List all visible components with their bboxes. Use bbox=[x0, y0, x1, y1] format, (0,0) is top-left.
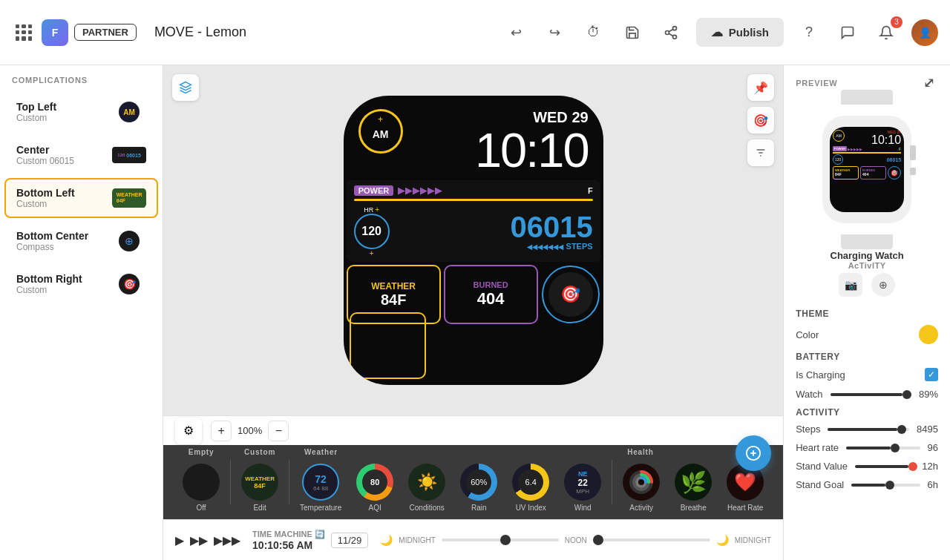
comp-group-weather: Weather 72 64 88 Temperature 80 AQI bbox=[292, 448, 609, 516]
time-machine: TIME MACHINE 🔄 10:10:56 AM 11/29 bbox=[252, 530, 368, 551]
svg-point-1 bbox=[665, 30, 669, 34]
timeline-track[interactable] bbox=[442, 538, 559, 541]
moon-start-icon: 🌙 bbox=[380, 534, 393, 546]
notification-button[interactable]: 3 bbox=[873, 19, 900, 46]
complication-center[interactable]: Center Custom 06015 120 06015 bbox=[4, 135, 158, 175]
comp-rain-icon: 60% bbox=[460, 464, 497, 501]
right-sidebar: PREVIEW ⤢ AM WED 29 bbox=[783, 65, 950, 560]
pin-tool[interactable]: 📌 bbox=[747, 74, 774, 101]
steps-slider-container bbox=[828, 428, 909, 431]
stand-goal-slider-container bbox=[851, 484, 920, 487]
redo-button[interactable]: ↪ bbox=[542, 19, 569, 46]
complication-top-left[interactable]: Top Left Custom AM bbox=[4, 92, 158, 132]
logo-icon[interactable]: F bbox=[42, 19, 68, 46]
comp-strip-wind[interactable]: NE 22 MPH Wind bbox=[557, 459, 609, 516]
watch-power-row: POWER ▶▶▶▶▶▶ F bbox=[354, 185, 593, 196]
layers-tool[interactable] bbox=[172, 74, 199, 101]
chat-button[interactable] bbox=[834, 19, 861, 46]
stand-goal-track[interactable] bbox=[851, 484, 920, 487]
charging-watch-label: Charging Watch bbox=[796, 250, 938, 261]
comp-strip-uv[interactable]: 6.4 UV Index bbox=[505, 459, 557, 516]
stand-value-label: Stand Value bbox=[796, 461, 848, 472]
timeline-track-2[interactable] bbox=[593, 538, 710, 541]
battery-watch-thumb[interactable] bbox=[902, 390, 911, 399]
fast-forward-button[interactable]: ▶▶▶ bbox=[214, 533, 240, 547]
undo-button[interactable]: ↩ bbox=[503, 19, 530, 46]
preview-yellow-bar bbox=[833, 152, 901, 154]
complication-bottom-center[interactable]: Bottom Center Compass ⊕ bbox=[4, 221, 158, 261]
comp-strip-aqi[interactable]: 80 AQI bbox=[349, 459, 401, 516]
theme-color-dot[interactable] bbox=[919, 325, 938, 344]
comp-activity-icon bbox=[623, 464, 660, 501]
date-box[interactable]: 11/29 bbox=[331, 533, 369, 548]
comp-strip-conditions[interactable]: ☀️ Conditions bbox=[401, 459, 453, 516]
steps-track[interactable] bbox=[828, 428, 909, 431]
history-button[interactable]: ⏱ bbox=[580, 19, 607, 46]
filter-tool[interactable] bbox=[747, 139, 774, 166]
comp-strip-uv-label: UV Index bbox=[516, 504, 546, 512]
watch-face: + AM WED 29 10:10 bbox=[344, 96, 603, 385]
heart-rate-track[interactable] bbox=[846, 447, 920, 449]
grid-icon[interactable] bbox=[12, 21, 36, 45]
steps-fill bbox=[828, 428, 897, 431]
play-button[interactable]: ▶ bbox=[175, 533, 184, 547]
quick-add-fab[interactable] bbox=[736, 435, 771, 471]
complications-header: COMPLICATIONS bbox=[0, 65, 163, 90]
canvas-right-tools: 📌 🎯 bbox=[747, 74, 774, 166]
comp-strip-off[interactable]: Off bbox=[175, 459, 227, 516]
zoom-minus-button[interactable]: − bbox=[268, 421, 289, 441]
help-button[interactable]: ? bbox=[796, 19, 822, 46]
preview-top-row: AM WED 29 10:10 bbox=[833, 130, 901, 146]
settings-tool[interactable]: ⚙ bbox=[175, 418, 202, 444]
stand-value-track[interactable] bbox=[855, 465, 914, 468]
save-button[interactable] bbox=[619, 19, 646, 46]
watch-hr-section: HR + 120 + bbox=[354, 205, 390, 257]
comp-info-bottom-right: Bottom Right Custom bbox=[16, 273, 112, 295]
step-forward-button[interactable]: ▶▶ bbox=[190, 533, 208, 547]
share-button[interactable] bbox=[658, 19, 684, 46]
location-action[interactable]: ⊕ bbox=[871, 273, 895, 297]
comp-strip-activity[interactable]: Activity bbox=[615, 459, 667, 516]
steps-thumb[interactable] bbox=[897, 425, 906, 434]
preview-weather: WEATHER 84F bbox=[833, 166, 859, 179]
comp-strip-conditions-label: Conditions bbox=[410, 504, 445, 512]
preview-watch-btn bbox=[910, 168, 916, 175]
left-sidebar: COMPLICATIONS Top Left Custom AM Center … bbox=[0, 65, 163, 560]
comp-icon-top-left: AM bbox=[119, 102, 140, 122]
watch-steps-row: HR + 120 + 06015 bbox=[354, 205, 593, 257]
comp-strip-rain[interactable]: 60% Rain bbox=[453, 459, 505, 516]
comp-strip-breathe[interactable]: 🌿 Breathe bbox=[667, 459, 719, 516]
timeline: 🌙 MIDNIGHT NOON 🌙 MIDNIGHT bbox=[380, 534, 771, 546]
battery-watch-track[interactable] bbox=[831, 393, 911, 396]
battery-charging-checkbox[interactable]: ✓ bbox=[925, 368, 938, 381]
battery-section-title: BATTERY bbox=[796, 352, 938, 362]
comp-icon-center: 120 06015 bbox=[112, 147, 146, 163]
target-tool[interactable]: 🎯 bbox=[747, 107, 774, 134]
comp-name-bottom-left: Bottom Left bbox=[16, 187, 112, 199]
expand-preview-button[interactable]: ⤢ bbox=[920, 74, 938, 92]
playback-controls: ▶ ▶▶ ▶▶▶ bbox=[175, 533, 240, 547]
stand-value-thumb[interactable] bbox=[908, 462, 917, 471]
watch-compass-complication: 🎯 bbox=[541, 265, 600, 324]
camera-action[interactable]: 📷 bbox=[839, 273, 862, 297]
watch-steps-section: 06015 ◀◀◀◀◀◀◀ STEPS bbox=[390, 212, 593, 251]
watch-middle-section: POWER ▶▶▶▶▶▶ F HR + bbox=[347, 180, 600, 262]
watch-canvas-area[interactable]: + AM WED 29 10:10 bbox=[163, 65, 783, 415]
complication-bottom-right[interactable]: Bottom Right Custom 🎯 bbox=[4, 264, 158, 304]
divider-1 bbox=[230, 460, 231, 504]
heart-rate-thumb[interactable] bbox=[891, 444, 900, 452]
comp-strip-temperature[interactable]: 72 64 88 Temperature bbox=[292, 459, 349, 516]
timeline-thumb[interactable] bbox=[500, 535, 511, 545]
avatar[interactable]: 👤 bbox=[911, 19, 938, 46]
comp-sub-bottom-center: Compass bbox=[16, 242, 112, 252]
preview-compass: 🎯 bbox=[888, 166, 901, 179]
zoom-plus-button[interactable]: + bbox=[211, 421, 232, 441]
stand-goal-thumb[interactable] bbox=[885, 481, 894, 490]
complication-bottom-left[interactable]: Bottom Left Custom WEATHER84F bbox=[4, 178, 158, 218]
stand-goal-fill bbox=[851, 484, 885, 487]
preview-bottom-row: WEATHER 84F BURNED 404 🎯 bbox=[833, 166, 901, 179]
timeline-thumb-2[interactable] bbox=[593, 535, 603, 545]
comp-strip-custom-edit[interactable]: WEATHER 84F Edit bbox=[234, 459, 286, 516]
stand-value-row: Stand Value 12h bbox=[796, 461, 938, 472]
publish-button[interactable]: ☁ Publish bbox=[696, 18, 784, 47]
